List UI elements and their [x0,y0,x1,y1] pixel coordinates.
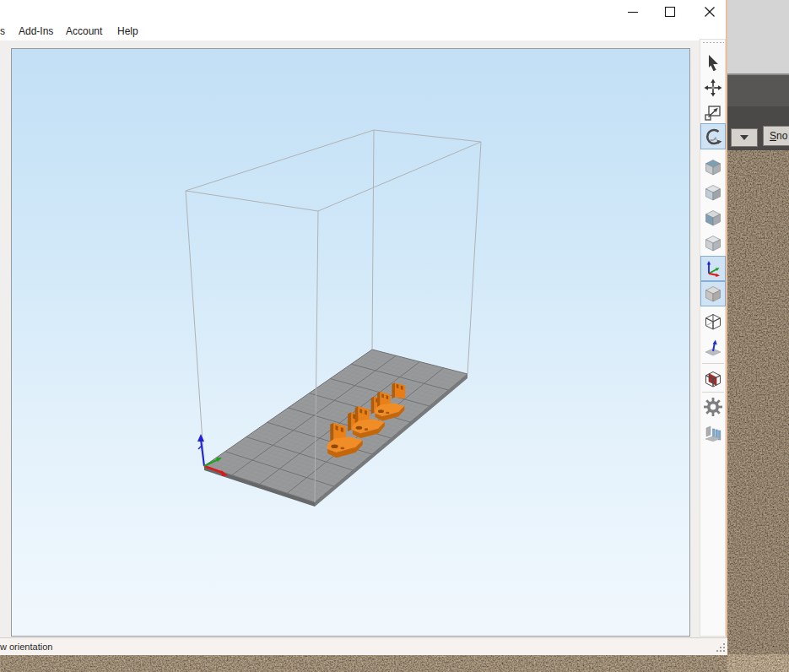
close-button[interactable] [697,0,722,23]
view-front-button[interactable] [700,180,726,204]
build-volume-edge [467,142,481,374]
place-on-surface-button[interactable] [700,335,726,360]
desktop: { "title_bar": { "controls": [ {"name": … [0,0,789,672]
scale-tool-button[interactable] [700,100,726,124]
viewport-3d[interactable] [11,48,690,637]
solid-cube-icon [703,284,723,304]
status-bar: w orientation [0,637,727,655]
supports-button[interactable] [700,420,726,445]
select-tool-button[interactable] [700,51,726,75]
view-front-cube-icon [703,182,723,203]
menu-item-help[interactable]: Help [117,25,138,38]
move-icon [703,78,723,98]
solid-view-button[interactable] [700,281,726,306]
toolbar-drag-handle[interactable] [702,41,724,44]
view-top-cube-icon [703,157,723,177]
scale-icon [703,102,723,122]
cross-section-button[interactable] [700,366,726,391]
menu-bar: s Add-Ins Account Help [0,23,726,41]
show-axes-button[interactable] [700,256,726,281]
minimize-icon [625,4,640,19]
toolbar-separator [702,363,724,364]
chevron-down-icon [740,135,748,140]
axes-icon [703,258,723,279]
background-window-titlebar [727,0,789,73]
snooze-button[interactable]: Sno [763,126,789,146]
cross-section-icon [703,369,723,389]
cursor-icon [703,53,723,73]
settings-button[interactable] [700,394,726,419]
title-bar [0,0,726,23]
maximize-icon [662,4,678,19]
build-volume-edge [186,191,204,466]
minimize-button[interactable] [620,0,646,23]
background-dropdown[interactable] [731,128,758,147]
view-top-button[interactable] [700,154,726,179]
place-surface-icon [703,338,723,358]
wireframe-view-button[interactable] [700,309,726,333]
toolbar-separator [702,392,724,393]
build-volume-top [186,130,481,211]
status-text: w orientation [0,642,52,652]
maximize-button[interactable] [657,0,683,23]
view-iso-button[interactable] [700,230,726,255]
snooze-button-label: S [770,130,776,142]
move-tool-button[interactable] [700,75,726,100]
main-window: s Add-Ins Account Help [0,0,727,655]
scene-canvas [12,49,689,636]
view-iso-cube-icon [703,233,723,253]
background-window-button-row: Sno [727,106,789,150]
menu-item-add-ins[interactable]: Add-Ins [19,25,53,38]
build-volume-edge [372,130,374,350]
view-side-cube-icon [703,208,723,228]
close-icon [702,4,717,19]
gear-icon [702,396,724,418]
rotate-icon [702,126,724,148]
resize-grip[interactable] [716,642,726,653]
menu-item-partial[interactable]: s [0,25,5,38]
supports-icon [703,423,723,443]
wireframe-cube-icon [703,312,723,332]
menu-item-account[interactable]: Account [66,25,102,38]
rotate-tool-button[interactable] [700,123,726,149]
background-window-body [727,75,789,106]
view-side-button[interactable] [700,205,726,230]
